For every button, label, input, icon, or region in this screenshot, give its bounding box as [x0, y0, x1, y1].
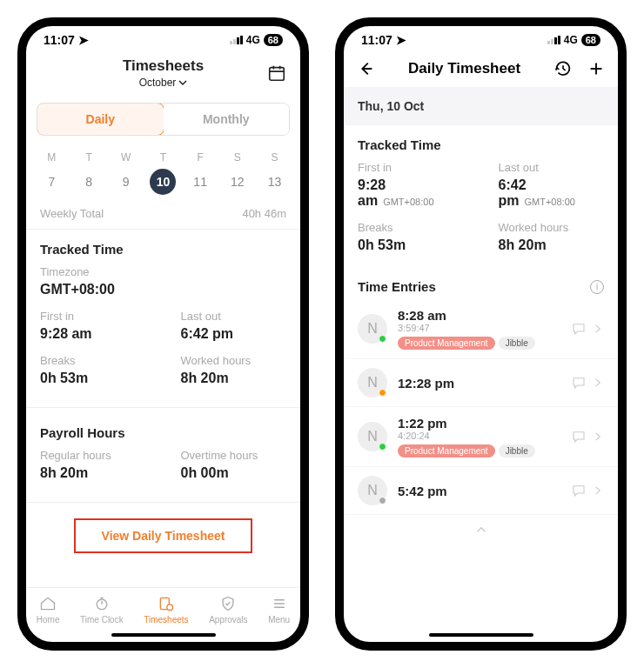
entry-time: 12:28 pm — [398, 376, 560, 391]
last-out-value: 6:42 pm — [499, 177, 527, 208]
entry-body: 1:22 pm 4:20:24 Product ManagementJibble — [398, 416, 560, 458]
history-icon[interactable] — [553, 59, 573, 78]
worked-hours-label: Worked hours — [181, 354, 287, 367]
tab-daily[interactable]: Daily — [37, 103, 164, 136]
first-in-value: 9:28 am — [358, 177, 386, 208]
view-segmented-control: Daily Monthly — [37, 103, 290, 136]
month-selector[interactable]: October — [59, 77, 267, 89]
weekly-total-value: 40h 46m — [242, 207, 286, 220]
chevron-right-icon[interactable] — [592, 431, 604, 443]
entry-avatar: N — [358, 368, 387, 397]
time-entry[interactable]: N 12:28 pm — [344, 359, 618, 407]
info-icon[interactable]: i — [590, 280, 604, 294]
last-out-tz: GMT+08:00 — [525, 197, 575, 207]
date-banner: Thu, 10 Oct — [344, 87, 618, 125]
day-mon[interactable]: M7 — [37, 151, 66, 195]
back-arrow-icon[interactable] — [356, 59, 375, 78]
collapse-chevron[interactable] — [344, 515, 618, 548]
first-in-label: First in — [358, 161, 464, 174]
time-entry[interactable]: N 5:42 pm — [344, 467, 618, 515]
time-entries-list: N 8:28 am 3:59:47 Product ManagementJibb… — [344, 299, 618, 515]
plus-icon[interactable] — [587, 59, 606, 78]
day-wed[interactable]: W9 — [111, 151, 141, 195]
entry-body: 8:28 am 3:59:47 Product ManagementJibble — [398, 308, 560, 350]
chevron-right-icon[interactable] — [592, 377, 604, 389]
bottom-tabbar: Home Time Clock Timesheets Approvals Men… — [26, 587, 300, 630]
payroll-hours-section: Payroll Hours Regular hours 8h 20m Overt… — [26, 413, 300, 497]
worked-hours-label: Worked hours — [499, 221, 605, 234]
calendar-icon[interactable] — [267, 63, 286, 83]
phone-daily-timesheet: 11:07 ➤ 4G 68 Daily Timesheet Thu, 10 Oc… — [335, 17, 627, 651]
status-time: 11:07 — [361, 33, 392, 47]
home-icon — [39, 595, 57, 612]
week-selector: M7 T8 W9 T10 F11 S12 S13 — [26, 143, 300, 200]
tab-timesheets[interactable]: Timesheets — [144, 595, 188, 625]
entry-actions — [571, 375, 604, 391]
view-daily-timesheet-button[interactable]: View Daily Timesheet — [74, 518, 253, 553]
entry-actions — [571, 429, 604, 444]
tab-home-label: Home — [37, 615, 60, 625]
tracked-time-section: Tracked Time Timezone GMT+08:00 First in… — [26, 230, 300, 402]
divider — [26, 502, 300, 503]
location-arrow-icon: ➤ — [396, 33, 406, 47]
comment-icon[interactable] — [571, 321, 587, 337]
timezone-label: Timezone — [40, 265, 286, 278]
signal-icon — [547, 36, 560, 44]
tab-timeclock[interactable]: Time Clock — [80, 595, 124, 625]
time-entry[interactable]: N 8:28 am 3:59:47 Product ManagementJibb… — [344, 299, 618, 359]
home-indicator — [429, 633, 533, 637]
entry-duration: 4:20:24 — [398, 431, 560, 441]
battery-badge: 68 — [581, 34, 600, 46]
network-label: 4G — [564, 34, 578, 46]
time-entry[interactable]: N 1:22 pm 4:20:24 Product ManagementJibb… — [344, 407, 618, 467]
entry-body: 12:28 pm — [398, 376, 560, 391]
phone-timesheets: 11:07 ➤ 4G 68 Timesheets October Daily M… — [17, 17, 309, 651]
overtime-hours-label: Overtime hours — [181, 449, 287, 462]
entry-time: 1:22 pm — [398, 416, 560, 431]
tab-menu[interactable]: Menu — [268, 595, 290, 625]
tracked-time-section: Tracked Time First in 9:28 amGMT+08:00 L… — [344, 125, 618, 269]
time-entries-heading: Time Entries — [358, 279, 436, 294]
entry-actions — [571, 321, 604, 337]
tab-approvals[interactable]: Approvals — [209, 595, 247, 625]
weekly-total-row: Weekly Total 40h 46m — [26, 200, 300, 230]
chevron-right-icon[interactable] — [592, 323, 604, 335]
breaks-label: Breaks — [40, 354, 146, 367]
status-dot-icon — [379, 389, 386, 397]
breaks-value: 0h 53m — [358, 237, 464, 253]
page-title: Timesheets — [59, 57, 267, 75]
regular-hours-label: Regular hours — [40, 449, 146, 462]
day-thu[interactable]: T10 — [148, 151, 178, 195]
worked-hours-value: 8h 20m — [181, 371, 287, 386]
status-dot-icon — [379, 443, 386, 451]
header: Daily Timesheet — [344, 50, 618, 87]
shield-check-icon — [219, 595, 237, 612]
tab-timesheets-label: Timesheets — [144, 615, 188, 625]
day-fri[interactable]: F11 — [185, 151, 215, 195]
stopwatch-icon — [93, 595, 111, 612]
comment-icon[interactable] — [571, 483, 587, 498]
tab-home[interactable]: Home — [37, 595, 60, 625]
menu-icon — [271, 595, 288, 612]
comment-icon[interactable] — [571, 429, 587, 444]
status-bar: 11:07 ➤ 4G 68 — [344, 26, 618, 50]
chevron-right-icon[interactable] — [592, 484, 604, 497]
entry-avatar: N — [358, 476, 387, 505]
status-dot-icon — [379, 335, 386, 343]
entry-tag: Product Management — [398, 337, 495, 350]
entry-time: 5:42 pm — [398, 484, 560, 498]
svg-rect-0 — [270, 68, 285, 81]
entry-duration: 3:59:47 — [398, 323, 560, 333]
status-dot-icon — [379, 497, 386, 504]
status-time: 11:07 — [44, 33, 75, 47]
chevron-down-icon — [178, 78, 187, 87]
entry-avatar: N — [358, 314, 387, 344]
day-sat[interactable]: S12 — [223, 151, 252, 195]
entry-tag: Jibble — [499, 337, 535, 350]
day-sun[interactable]: S13 — [260, 151, 290, 195]
tab-monthly[interactable]: Monthly — [164, 104, 290, 135]
comment-icon[interactable] — [571, 375, 587, 391]
tab-timeclock-label: Time Clock — [80, 615, 124, 625]
location-arrow-icon: ➤ — [78, 33, 89, 47]
day-tue[interactable]: T8 — [74, 151, 104, 195]
